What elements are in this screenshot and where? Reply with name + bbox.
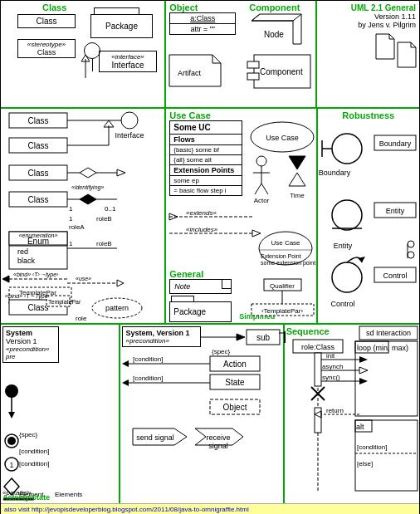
activity-title: Activity/State: [2, 493, 50, 502]
svg-text:loop (min, max): loop (min, max): [357, 344, 408, 352]
object-title: Object: [169, 2, 198, 12]
svg-point-120: [7, 437, 16, 445]
svg-text:Artifact: Artifact: [178, 69, 202, 77]
svg-marker-78: [289, 156, 305, 169]
usecase-box: Some UC Flows {basic} some bf {all} some…: [169, 120, 242, 196]
general-package-container: Package: [169, 296, 232, 322]
svg-marker-29: [80, 168, 96, 178]
svg-text:roleB: roleB: [96, 215, 112, 223]
inheritance-arrow: [77, 55, 94, 81]
robustness-title: Robustness: [318, 109, 420, 122]
usecase-title: Use Case: [169, 110, 211, 120]
svg-text:Time: Time: [290, 192, 305, 199]
svg-text:{spec}: {spec}: [212, 348, 231, 355]
svg-text:Enum: Enum: [27, 237, 49, 246]
info-author: by Jens v. Pilgrim: [320, 21, 416, 29]
someuc-label: Some UC: [169, 120, 242, 135]
svg-text:Qualifier: Qualifier: [270, 282, 295, 290]
svg-text:sub: sub: [256, 333, 271, 342]
svg-text:Extension Point: Extension Point: [261, 253, 301, 259]
svg-text:State: State: [226, 378, 246, 387]
svg-point-97: [332, 134, 362, 164]
svg-text:init: init: [326, 352, 335, 360]
svg-line-75: [255, 184, 261, 194]
svg-text:Control: Control: [383, 272, 407, 280]
extends-arrows: «extends» «includes» Use Case Extension …: [169, 208, 315, 268]
svg-marker-35: [80, 194, 96, 204]
footer-text: also visit http://jevopisdeveloperblog.b…: [4, 506, 249, 513]
svg-text:«identifying»: «identifying»: [71, 184, 104, 191]
svg-point-22: [121, 112, 138, 129]
svg-text:Node: Node: [264, 30, 284, 39]
svg-text:asynch: asynch: [322, 363, 343, 370]
svg-text:«use»: «use»: [76, 276, 91, 281]
class-box-1: Class: [17, 14, 76, 28]
svg-text:return: return: [326, 407, 344, 414]
svg-text:«extends»: «extends»: [186, 209, 217, 217]
svg-text:Object: Object: [223, 403, 247, 412]
svg-text:Control: Control: [330, 300, 354, 308]
aclass-attr: attr = "": [170, 24, 235, 34]
svg-text:send signal: send signal: [137, 433, 175, 442]
interface-keyword: «interface»: [103, 53, 153, 61]
svg-marker-135: [122, 360, 129, 367]
package-tab: [94, 7, 139, 14]
svg-point-114: [408, 252, 414, 258]
general-title: General: [169, 269, 203, 279]
main-container: Class Class Package «stereotype» Class: [0, 0, 420, 514]
svg-rect-12: [247, 73, 259, 80]
svg-marker-138: [122, 379, 129, 386]
svg-text:pattern: pattern: [105, 304, 129, 312]
aclass-box: a:Class attr = "": [169, 12, 236, 35]
svg-text:Actor: Actor: [254, 197, 270, 204]
package-box: Package: [90, 14, 153, 38]
svg-text:Boundary: Boundary: [378, 140, 411, 148]
aclass-label: a:Class: [170, 13, 235, 24]
svg-text:Action: Action: [224, 360, 247, 369]
svg-rect-156: [315, 353, 321, 386]
svg-marker-159: [359, 356, 368, 363]
gen-pkg-tab: [171, 296, 194, 301]
component-title: Component: [249, 2, 300, 12]
svg-text:Entity: Entity: [385, 207, 404, 215]
svg-text:1: 1: [69, 215, 73, 223]
svg-text:Component: Component: [260, 67, 303, 76]
class-mid-section: Class Class Interface Class: [1, 109, 166, 323]
svg-marker-14: [376, 34, 394, 59]
svg-text:role: role: [76, 315, 87, 322]
svg-point-108: [332, 262, 362, 292]
svg-point-72: [256, 156, 266, 166]
svg-text:alt: alt: [356, 423, 364, 431]
bottom-container: System Version 1 «precondition» pre 1: [1, 325, 419, 514]
system2-section: System, Version 1 «precondition» sub {sp…: [120, 325, 284, 503]
info-title: UML 2.1 General: [320, 3, 416, 12]
svg-text:1: 1: [9, 461, 13, 469]
robustness-section: Robustness Boundary Boundary Entity Enti…: [318, 109, 420, 323]
class-section-top: Class Class Package «stereotype» Class: [1, 1, 166, 107]
svg-marker-126: [237, 334, 245, 340]
svg-text:Class: Class: [27, 116, 48, 125]
cond-label2: [condition]: [19, 460, 49, 467]
stereotype-class-box: «stereotype» Class: [17, 39, 76, 58]
activity-section: System Version 1 «precondition» pre 1: [1, 325, 120, 503]
svg-marker-58: [117, 280, 124, 286]
svg-point-103: [332, 200, 362, 230]
svg-text:signal: signal: [209, 442, 229, 450]
stereotype-class-label: Class: [22, 48, 71, 56]
ep-label: some ep: [169, 176, 242, 186]
info-version: Version 1.11: [320, 12, 416, 21]
info-section: UML 2.1 General Version 1.11 by Jens v. …: [317, 1, 419, 107]
svg-marker-2: [252, 14, 301, 44]
svg-text:roleB: roleB: [96, 240, 112, 247]
note-box-container: Note: [169, 279, 236, 294]
svg-text:1: 1: [69, 205, 73, 213]
obj-comp-section: Object a:Class attr = "" Component Node: [166, 1, 317, 107]
svg-text:Entity: Entity: [333, 242, 352, 250]
footer-link[interactable]: also visit http://jevopisdeveloperblog.b…: [1, 503, 419, 514]
svg-line-76: [261, 184, 268, 194]
ext-points-label: Extension Points: [169, 165, 242, 176]
svg-text:sd Interaction: sd Interaction: [366, 329, 411, 337]
svg-text:[condition]: [condition]: [357, 443, 387, 451]
svg-text:black: black: [17, 257, 36, 265]
svg-text:‹TemplatePar›: ‹TemplatePar›: [261, 307, 304, 315]
